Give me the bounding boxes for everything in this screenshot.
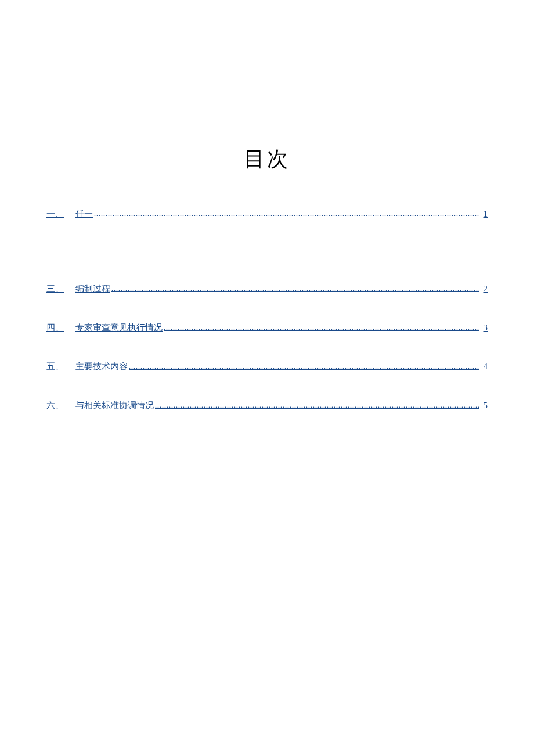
toc-page-number: 1 [481, 209, 488, 219]
toc-number: 三、 [46, 283, 75, 294]
toc-leader-dots: ........................................… [129, 362, 479, 371]
toc-entry-1[interactable]: 一、 任一 ..................................… [46, 208, 488, 219]
table-of-contents: 一、 任一 ..................................… [46, 208, 488, 411]
toc-leader-dots: ........................................… [111, 285, 479, 293]
toc-number: 五、 [46, 361, 75, 372]
toc-number: 一、 [46, 208, 75, 219]
toc-page-number: 3 [481, 323, 488, 333]
toc-leader-dots: ........................................… [94, 210, 479, 218]
toc-entry-4[interactable]: 四、 专家审查意见执行情况 ..........................… [46, 322, 488, 333]
toc-entry-3[interactable]: 三、 编制过程 ................................… [46, 283, 488, 294]
toc-entry-5[interactable]: 五、 主要技术内容 ..............................… [46, 361, 488, 372]
toc-label: 专家审查意见执行情况 [75, 322, 163, 333]
toc-page-number: 2 [481, 284, 488, 294]
toc-label: 与相关标准协调情况 [75, 400, 154, 411]
toc-entry-6[interactable]: 六、 与相关标准协调情况 ...........................… [46, 400, 488, 411]
page-title: 目次 [46, 145, 488, 174]
toc-page-number: 5 [481, 401, 488, 411]
toc-label: 编制过程 [75, 283, 110, 294]
toc-number: 四、 [46, 322, 75, 333]
toc-number: 六、 [46, 400, 75, 411]
toc-label: 任一 [75, 208, 93, 219]
toc-label: 主要技术内容 [75, 361, 128, 372]
document-page: 目次 一、 任一 ...............................… [0, 0, 534, 485]
toc-leader-dots: ........................................… [164, 323, 479, 332]
toc-page-number: 4 [481, 362, 488, 372]
toc-leader-dots: ........................................… [155, 401, 479, 410]
